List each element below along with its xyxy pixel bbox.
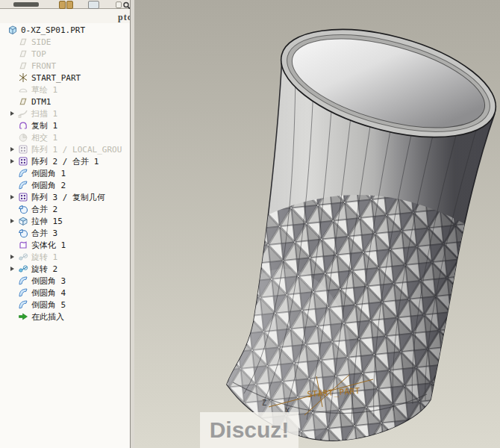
triangle-glyph bbox=[10, 195, 14, 199]
tree-item-label: 在此插入 bbox=[31, 311, 64, 323]
model-tree: 0-XZ_SP01.PRTSIDETOPFRONTSTART_PART草绘 1D… bbox=[0, 23, 130, 323]
model-tree-panel: ptc 0-XZ_SP01.PRTSIDETOPFRONTSTART_PART草… bbox=[0, 0, 130, 448]
datum-plane-icon bbox=[18, 37, 28, 47]
tree-item-merge-2[interactable]: 合并 2 bbox=[0, 203, 130, 215]
tree-item-label: 草绘 1 bbox=[31, 84, 57, 96]
tree-item-dtm1[interactable]: DTM1 bbox=[0, 96, 130, 108]
tree-item-label: 阵列 3 / 复制几何 bbox=[31, 192, 105, 203]
tree-item-start-part[interactable]: START_PART bbox=[0, 72, 130, 84]
tree-item-label: FRONT bbox=[31, 61, 56, 71]
tree-item-sweep-1[interactable]: 扫描 1 bbox=[0, 108, 130, 119]
tree-item-label: 倒圆角 2 bbox=[31, 180, 66, 191]
tree-item-label: 倒圆角 3 bbox=[31, 276, 66, 287]
triangle-glyph bbox=[10, 159, 14, 164]
triangle-glyph bbox=[10, 255, 14, 259]
tree-item-revolve-2[interactable]: 旋转 2 bbox=[0, 263, 130, 275]
round-icon bbox=[18, 168, 28, 178]
part-icon bbox=[7, 25, 18, 35]
pattern-icon bbox=[18, 192, 28, 202]
tree-item-insert-here[interactable]: 在此插入 bbox=[0, 311, 130, 323]
tree-item-label: DTM1 bbox=[31, 97, 51, 107]
tree-item-label: TOP bbox=[31, 49, 46, 59]
tree-item-extrude-15[interactable]: 拉伸 15 bbox=[0, 215, 130, 227]
tree-item-solidify-1[interactable]: 实体化 1 bbox=[0, 239, 130, 251]
triangle-glyph bbox=[10, 147, 14, 152]
tree-item-sketch-1[interactable]: 草绘 1 bbox=[0, 84, 130, 96]
datum-plane-icon bbox=[18, 60, 28, 71]
tree-item-merge-3[interactable]: 合并 3 bbox=[0, 227, 130, 239]
picture-icon[interactable] bbox=[88, 1, 99, 9]
tree-item-round-1[interactable]: 倒圆角 1 bbox=[0, 167, 130, 179]
binoculars-icon[interactable] bbox=[66, 1, 73, 9]
sketch-icon bbox=[18, 84, 28, 95]
expand-arrow-icon[interactable] bbox=[10, 267, 18, 271]
tree-item-label: 倒圆角 5 bbox=[31, 299, 66, 311]
tree-item-label: START_PART bbox=[31, 73, 81, 83]
intersect-icon bbox=[18, 132, 28, 143]
tree-item-label: 合并 2 bbox=[31, 204, 57, 215]
insert-here-icon bbox=[18, 311, 28, 322]
triangle-glyph bbox=[10, 219, 14, 223]
pattern-icon bbox=[18, 156, 28, 167]
tree-item-label: 相交 1 bbox=[31, 132, 57, 143]
tree-item-top[interactable]: TOP bbox=[0, 48, 130, 60]
tree-item-pattern-1[interactable]: 阵列 1 / LOCAL_GROU bbox=[0, 143, 130, 155]
expand-arrow-icon[interactable] bbox=[10, 219, 18, 223]
graphics-area[interactable]: Z X START_PART Discuz! bbox=[134, 0, 500, 448]
tree-item-root[interactable]: 0-XZ_SP01.PRT bbox=[0, 24, 130, 36]
round-icon bbox=[18, 276, 28, 286]
tree-item-round-5[interactable]: 倒圆角 5 bbox=[0, 299, 130, 311]
copy-geometry-icon bbox=[18, 120, 28, 131]
tree-item-round-4[interactable]: 倒圆角 4 bbox=[0, 287, 130, 299]
sweep-icon bbox=[18, 108, 28, 119]
tree-item-pattern-3[interactable]: 阵列 3 / 复制几何 bbox=[0, 191, 130, 203]
expand-arrow-icon[interactable] bbox=[10, 255, 18, 259]
triangle-glyph bbox=[10, 111, 14, 116]
axis-z-label: Z bbox=[262, 399, 266, 407]
tree-item-revolve-1[interactable]: 旋转 1 bbox=[0, 251, 130, 263]
cad-application-window: ptc 0-XZ_SP01.PRTSIDETOPFRONTSTART_PART草… bbox=[0, 0, 500, 448]
round-icon bbox=[18, 180, 28, 190]
menu-fragment[interactable] bbox=[13, 2, 39, 7]
tree-item-label: 合并 3 bbox=[31, 228, 57, 239]
expand-arrow-icon[interactable] bbox=[10, 111, 18, 116]
tree-item-label: 阵列 1 / LOCAL_GROU bbox=[31, 144, 122, 155]
tree-item-label: 拉伸 15 bbox=[31, 216, 63, 227]
expand-arrow-icon[interactable] bbox=[10, 159, 18, 164]
merge-icon bbox=[18, 228, 28, 238]
extrude-icon bbox=[18, 216, 28, 226]
merge-icon bbox=[18, 204, 28, 214]
tree-item-side[interactable]: SIDE bbox=[0, 36, 130, 48]
box-icon[interactable] bbox=[116, 1, 122, 8]
pattern-icon bbox=[18, 144, 28, 155]
solidify-icon bbox=[18, 240, 28, 250]
tree-item-round-3[interactable]: 倒圆角 3 bbox=[0, 275, 130, 287]
expand-arrow-icon[interactable] bbox=[10, 147, 18, 152]
tree-item-pattern-2[interactable]: 阵列 2 / 合并 1 bbox=[0, 155, 130, 167]
tree-item-intersect-1[interactable]: 相交 1 bbox=[0, 131, 130, 143]
datum-plane-icon bbox=[18, 96, 28, 107]
3d-scene[interactable]: Z X START_PART bbox=[134, 0, 500, 448]
revolve-icon bbox=[18, 252, 28, 262]
tree-item-label: SIDE bbox=[31, 37, 51, 47]
tree-item-label: 倒圆角 1 bbox=[31, 168, 66, 179]
round-icon bbox=[18, 287, 28, 298]
binoculars-icon[interactable] bbox=[59, 1, 66, 9]
tree-item-front[interactable]: FRONT bbox=[0, 60, 130, 72]
tree-item-label: 实体化 1 bbox=[31, 240, 66, 251]
watermark-text: Discuz! bbox=[210, 417, 290, 443]
watermark-box: Discuz! bbox=[200, 412, 299, 448]
tree-item-round-2[interactable]: 倒圆角 2 bbox=[0, 179, 130, 191]
tree-item-label: 旋转 1 bbox=[31, 252, 57, 263]
tree-panel-header: ptc bbox=[0, 9, 130, 23]
tree-item-label: 复制 1 bbox=[31, 120, 57, 131]
triangle-glyph bbox=[10, 267, 14, 271]
tree-item-label: 扫描 1 bbox=[31, 108, 57, 119]
tree-item-label: 旋转 2 bbox=[31, 264, 57, 275]
tree-item-label: 阵列 2 / 合并 1 bbox=[31, 156, 99, 167]
expand-arrow-icon[interactable] bbox=[10, 195, 18, 199]
revolve-icon bbox=[18, 264, 28, 274]
datum-plane-icon bbox=[18, 49, 28, 59]
tree-item-copy-1[interactable]: 复制 1 bbox=[0, 119, 130, 131]
round-icon bbox=[18, 299, 28, 310]
